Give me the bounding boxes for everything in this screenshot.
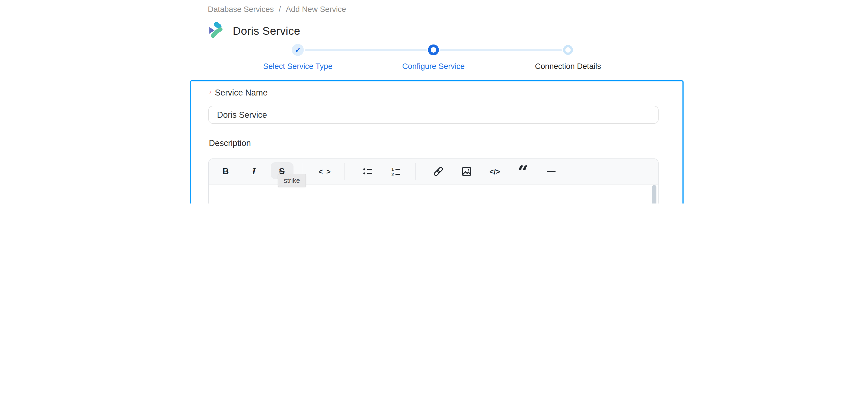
code-block-button[interactable]: </> bbox=[484, 163, 506, 180]
link-button[interactable] bbox=[428, 163, 449, 180]
service-name-input[interactable] bbox=[208, 106, 659, 124]
image-button[interactable] bbox=[456, 163, 477, 180]
breadcrumb-separator: / bbox=[279, 5, 281, 13]
required-asterisk: * bbox=[209, 89, 212, 98]
toolbar-divider bbox=[415, 163, 415, 180]
horizontal-rule-button[interactable] bbox=[540, 163, 562, 180]
blockquote-icon: “ bbox=[518, 172, 528, 178]
bullet-list-icon bbox=[363, 166, 373, 176]
description-editor-content[interactable] bbox=[209, 185, 658, 204]
doris-logo-icon bbox=[208, 22, 223, 39]
step-3-upcoming-circle[interactable] bbox=[563, 45, 573, 55]
strike-tooltip: strike bbox=[278, 174, 306, 187]
description-editor: B I S < > bbox=[208, 158, 659, 204]
bullet-list-button[interactable] bbox=[357, 163, 379, 180]
page-title: Doris Service bbox=[233, 24, 300, 37]
step-2-active-circle[interactable] bbox=[428, 44, 439, 55]
italic-button[interactable]: I bbox=[243, 163, 265, 180]
step-label-connection-details[interactable]: Connection Details bbox=[508, 62, 628, 70]
service-name-label: Service Name bbox=[215, 88, 268, 98]
link-icon bbox=[433, 166, 444, 177]
breadcrumb: Database Services / Add New Service bbox=[208, 5, 346, 13]
inline-code-icon: < > bbox=[318, 167, 332, 176]
horizontal-rule-icon bbox=[547, 171, 555, 172]
bold-button[interactable]: B bbox=[215, 163, 237, 180]
toolbar-divider bbox=[344, 163, 345, 180]
bold-icon: B bbox=[222, 166, 229, 176]
step-1-completed-circle[interactable]: ✓ bbox=[292, 44, 304, 56]
code-block-icon: </> bbox=[489, 167, 500, 176]
breadcrumb-add-new-service[interactable]: Add New Service bbox=[286, 5, 346, 13]
editor-scrollbar-thumb[interactable] bbox=[652, 185, 656, 204]
breadcrumb-database-services[interactable]: Database Services bbox=[208, 5, 274, 13]
editor-toolbar: B I S < > bbox=[209, 159, 658, 185]
description-label: Description bbox=[209, 138, 251, 148]
inline-code-button[interactable]: < > bbox=[314, 163, 336, 180]
blockquote-button[interactable]: “ bbox=[512, 163, 534, 180]
ordered-list-icon: 1 2 bbox=[391, 166, 401, 177]
step-label-select-service-type[interactable]: Select Service Type bbox=[238, 62, 358, 70]
stepper-connector-2 bbox=[440, 49, 562, 51]
image-icon bbox=[461, 166, 472, 177]
check-icon: ✓ bbox=[295, 46, 301, 54]
step-label-configure-service[interactable]: Configure Service bbox=[374, 62, 493, 70]
italic-icon: I bbox=[252, 166, 255, 177]
svg-text:1: 1 bbox=[391, 167, 394, 171]
svg-text:2: 2 bbox=[391, 172, 394, 177]
page: Database Services / Add New Service Dori… bbox=[0, 0, 868, 204]
stepper-connector-1 bbox=[305, 49, 427, 51]
ordered-list-button[interactable]: 1 2 bbox=[385, 163, 407, 180]
